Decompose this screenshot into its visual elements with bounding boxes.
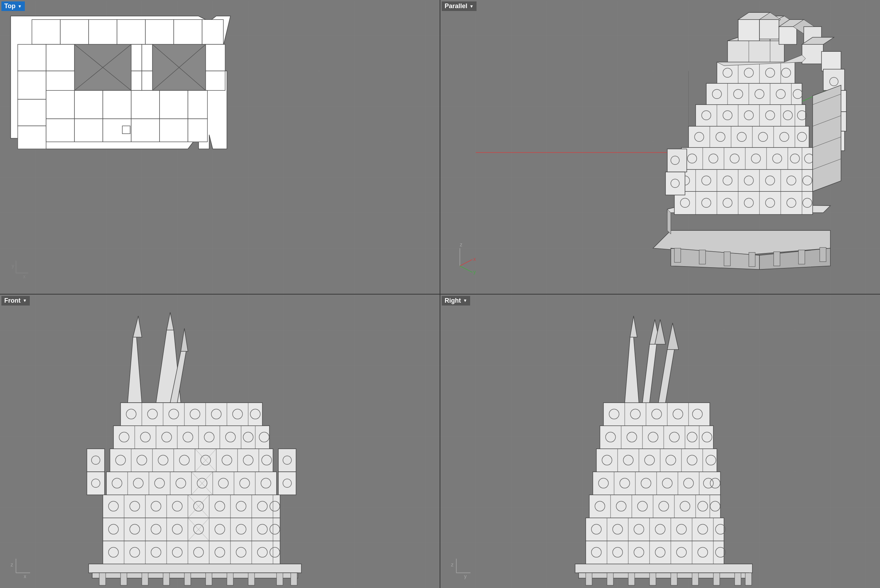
svg-rect-28 (18, 44, 46, 71)
svg-text:x: x (24, 573, 26, 579)
svg-rect-51 (18, 126, 46, 149)
svg-rect-256 (276, 573, 283, 585)
svg-rect-112 (674, 170, 812, 191)
viewport-grid: y x Top ▼ (0, 0, 880, 588)
svg-text:x: x (23, 274, 26, 279)
svg-rect-140 (689, 126, 809, 147)
svg-text:y: y (464, 573, 467, 579)
svg-rect-47 (103, 90, 131, 119)
svg-rect-56 (159, 119, 188, 142)
svg-rect-34 (142, 44, 152, 71)
svg-rect-46 (74, 90, 103, 119)
svg-rect-423 (579, 573, 749, 578)
svg-rect-45 (46, 90, 74, 119)
svg-rect-44 (18, 99, 46, 126)
svg-rect-251 (163, 573, 170, 585)
svg-rect-296 (103, 495, 280, 518)
svg-rect-252 (185, 573, 191, 585)
svg-rect-195 (779, 27, 797, 44)
svg-rect-428 (671, 573, 677, 585)
svg-rect-48 (131, 90, 159, 119)
svg-rect-42 (142, 71, 152, 90)
svg-text:x: x (473, 256, 476, 262)
svg-rect-427 (650, 573, 656, 585)
svg-rect-431 (734, 573, 741, 585)
svg-rect-26 (174, 20, 202, 44)
svg-rect-95 (820, 248, 826, 262)
svg-rect-164 (706, 83, 802, 105)
parallel-viewport-dropdown-arrow: ▼ (469, 4, 474, 9)
svg-rect-426 (628, 573, 635, 585)
svg-rect-432 (745, 573, 752, 585)
svg-rect-246 (89, 564, 301, 573)
svg-rect-41 (131, 71, 142, 90)
svg-rect-249 (120, 573, 127, 585)
svg-rect-250 (142, 573, 148, 585)
svg-rect-394 (278, 449, 296, 472)
svg-rect-255 (248, 573, 255, 585)
svg-rect-25 (146, 20, 174, 44)
top-viewport-label[interactable]: Top ▼ (2, 2, 25, 11)
svg-rect-24 (117, 20, 146, 44)
svg-rect-248 (99, 573, 106, 585)
svg-rect-21 (32, 20, 60, 44)
svg-rect-126 (682, 147, 812, 170)
svg-rect-210 (667, 149, 687, 172)
right-viewport-dropdown-arrow: ▼ (463, 298, 467, 303)
svg-rect-254 (227, 573, 233, 585)
svg-rect-90 (699, 250, 706, 264)
svg-rect-424 (586, 573, 592, 585)
viewport-parallel[interactable]: z x y Parallel ▼ (440, 0, 880, 294)
top-viewport-dropdown-arrow: ▼ (18, 4, 22, 9)
svg-rect-55 (131, 119, 159, 142)
front-viewport-label-text: Front (4, 297, 21, 304)
parallel-viewport-label[interactable]: Parallel ▼ (442, 2, 476, 11)
svg-rect-211 (665, 172, 685, 195)
front-viewport-dropdown-arrow: ▼ (23, 298, 27, 303)
parallel-viewport-label-text: Parallel (445, 3, 467, 10)
svg-rect-152 (695, 105, 806, 126)
svg-rect-422 (575, 564, 752, 573)
svg-rect-334 (110, 449, 273, 472)
svg-rect-433 (586, 541, 724, 564)
svg-rect-57 (188, 119, 207, 142)
right-viewport-label-text: Right (445, 297, 461, 304)
svg-rect-92 (749, 252, 755, 267)
svg-rect-49 (159, 90, 188, 119)
viewport-top[interactable]: y x Top ▼ (0, 0, 440, 294)
svg-rect-94 (799, 250, 805, 264)
svg-rect-390 (87, 449, 105, 472)
svg-rect-391 (87, 472, 105, 495)
viewport-front[interactable]: z x Front ▼ (0, 294, 440, 588)
svg-rect-182 (728, 41, 784, 62)
svg-rect-199 (802, 44, 823, 64)
svg-rect-253 (206, 573, 212, 585)
svg-rect-276 (103, 518, 280, 541)
svg-rect-27 (202, 20, 223, 44)
svg-marker-97 (667, 209, 671, 234)
svg-rect-52 (46, 119, 74, 142)
svg-rect-194 (760, 20, 779, 39)
svg-rect-39 (18, 71, 46, 99)
svg-rect-352 (113, 426, 269, 449)
svg-rect-429 (692, 573, 698, 585)
right-viewport-label[interactable]: Right ▼ (442, 296, 470, 306)
svg-rect-257 (291, 573, 297, 585)
svg-rect-430 (713, 573, 720, 585)
front-viewport-label[interactable]: Front ▼ (2, 296, 30, 306)
svg-rect-29 (46, 44, 74, 71)
svg-text:z: z (460, 242, 463, 248)
svg-rect-53 (74, 119, 103, 142)
svg-rect-54 (103, 119, 131, 142)
svg-rect-191 (738, 20, 760, 41)
svg-rect-50 (188, 90, 207, 119)
top-viewport-label-text: Top (4, 3, 16, 10)
svg-rect-38 (206, 44, 225, 71)
svg-rect-447 (586, 518, 724, 541)
svg-rect-91 (724, 252, 730, 266)
viewport-right[interactable]: z y Right ▼ (440, 294, 880, 588)
svg-text:z: z (451, 562, 454, 567)
svg-rect-43 (206, 71, 225, 90)
svg-text:z: z (11, 562, 13, 567)
svg-rect-23 (89, 20, 117, 44)
